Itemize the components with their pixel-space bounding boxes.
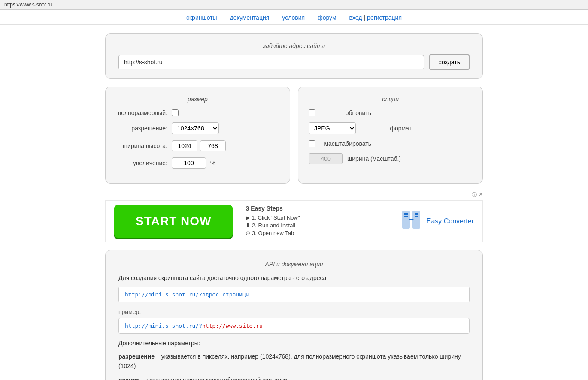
format-label: формат <box>360 125 412 132</box>
ad-converter: Easy Converter <box>401 209 474 234</box>
nav-screenshots[interactable]: скриншоты <box>186 14 217 21</box>
ad-steps-list: ▶ 1. Click "Start Now" ⬇ 2. Run and Inst… <box>246 214 388 236</box>
start-now-button[interactable]: START NOW <box>114 205 233 238</box>
nav-terms[interactable]: условия <box>282 14 305 21</box>
height-input[interactable] <box>200 140 226 151</box>
scale-width-label: ширина (масштаб.) <box>347 155 401 162</box>
dim-inputs <box>172 140 226 151</box>
nav-register[interactable]: регистрация <box>367 14 402 21</box>
scale-checkbox[interactable] <box>309 140 315 147</box>
api-param-resolution-desc: – указывается в пикселях, например (1024… <box>118 353 461 369</box>
api-extra-params-label: Дополнительные параметры: <box>118 340 470 347</box>
page-content: задайте адрес сайта создать размер полно… <box>101 25 487 380</box>
scale-width-row: ширина (масштаб.) <box>309 153 472 164</box>
ad-top-row: ⓘ ✕ <box>105 191 483 199</box>
ad-close-icon[interactable]: ✕ <box>479 191 483 199</box>
zoom-row: увеличение: % <box>116 157 279 169</box>
size-panel-label: размер <box>116 96 279 103</box>
format-select[interactable]: JPEG PNG <box>309 122 356 134</box>
nav-auth: вход | регистрация <box>349 14 402 21</box>
svg-rect-5 <box>415 213 418 214</box>
zoom-input[interactable] <box>172 157 206 169</box>
svg-rect-3 <box>404 216 408 217</box>
scale-row: масштабировать <box>309 140 472 147</box>
resolution-label: разрешение: <box>116 125 167 132</box>
converter-icon <box>401 209 421 234</box>
ad-steps-title: 3 Easy Steps <box>246 205 388 212</box>
url-input[interactable] <box>118 55 424 69</box>
api-url-box: http://mini.s-shot.ru/?адрес страницы <box>118 287 470 302</box>
options-panel-label: опции <box>309 96 472 103</box>
main-navigation: скриншоты документация условия форум вхо… <box>0 10 588 25</box>
url-section: задайте адрес сайта создать <box>105 33 483 79</box>
ad-step-1: ▶ 1. Click "Start Now" <box>246 214 388 221</box>
ad-banner: START NOW 3 Easy Steps ▶ 1. Click "Start… <box>105 200 483 242</box>
url-section-label: задайте адрес сайта <box>118 42 470 49</box>
api-param-size-name: размер <box>118 377 140 380</box>
scale-label: масштабировать <box>320 140 371 147</box>
dimensions-row: ширина,высота: <box>116 140 279 151</box>
ad-info: 3 Easy Steps ▶ 1. Click "Start Now" ⬇ 2.… <box>233 205 400 238</box>
refresh-checkbox[interactable] <box>309 109 315 116</box>
ad-step-3: ⊙ 3. Open new Tab <box>246 230 388 236</box>
browser-url-bar: https://www.s-shot.ru <box>0 0 588 10</box>
api-param-size: размер – указывается ширина масштабирова… <box>118 375 470 380</box>
fullsize-checkbox[interactable] <box>172 109 179 116</box>
svg-rect-1 <box>404 213 408 214</box>
url-input-row: создать <box>118 54 470 70</box>
svg-rect-7 <box>415 216 418 217</box>
resolution-row: разрешение: 800×600 1024×768 1280×1024 1… <box>116 122 279 134</box>
browser-url-text: https://www.s-shot.ru <box>4 2 52 8</box>
create-button[interactable]: создать <box>429 54 470 70</box>
refresh-row: обновить <box>309 109 472 116</box>
fullsize-label: полноразмерный: <box>116 109 167 116</box>
api-example-base: http://mini.s-shot.ru/? <box>125 323 202 329</box>
refresh-label: обновить <box>320 109 371 116</box>
api-example-label: пример: <box>118 308 470 315</box>
zoom-label: увеличение: <box>116 160 167 166</box>
resolution-select[interactable]: 800×600 1024×768 1280×1024 1600×1200 <box>172 122 219 134</box>
api-param-resolution-name: разрешение <box>118 353 155 360</box>
api-section-label: API и документация <box>118 261 470 268</box>
nav-docs[interactable]: документация <box>230 14 270 21</box>
svg-rect-2 <box>404 214 408 215</box>
nav-login[interactable]: вход <box>349 14 362 21</box>
api-section: API и документация Для создания скриншот… <box>105 250 483 380</box>
ad-container: ⓘ ✕ START NOW 3 Easy Steps ▶ 1. Click "S… <box>105 191 483 242</box>
fullsize-row: полноразмерный: <box>116 109 279 116</box>
nav-separator: | <box>364 14 365 21</box>
api-example-link: http://www.site.ru <box>202 323 263 329</box>
options-panel: опции обновить JPEG PNG формат масштабир… <box>298 87 483 184</box>
api-param-size-desc: – указывается ширина масштабированной ка… <box>142 377 287 380</box>
api-url-text: http://mini.s-shot.ru/?адрес страницы <box>125 291 249 298</box>
api-example-box: http://mini.s-shot.ru/?http://www.site.r… <box>118 318 470 334</box>
ad-step-2: ⬇ 2. Run and Install <box>246 222 388 229</box>
scale-width-input[interactable] <box>309 153 343 164</box>
panels-row: размер полноразмерный: разрешение: 800×6… <box>105 87 483 184</box>
svg-rect-6 <box>415 214 418 215</box>
api-param-resolution: разрешение – указывается в пикселях, нап… <box>118 352 470 371</box>
ad-info-icon[interactable]: ⓘ <box>472 191 477 199</box>
converter-name: Easy Converter <box>427 217 474 225</box>
percent-label: % <box>210 160 215 166</box>
width-input[interactable] <box>172 140 197 151</box>
dimensions-label: ширина,высота: <box>116 142 167 149</box>
size-panel: размер полноразмерный: разрешение: 800×6… <box>105 87 290 184</box>
api-intro-text: Для создания скриншота сайта достаточно … <box>118 274 470 281</box>
nav-forum[interactable]: форум <box>318 14 336 21</box>
format-row: JPEG PNG формат <box>309 122 472 134</box>
